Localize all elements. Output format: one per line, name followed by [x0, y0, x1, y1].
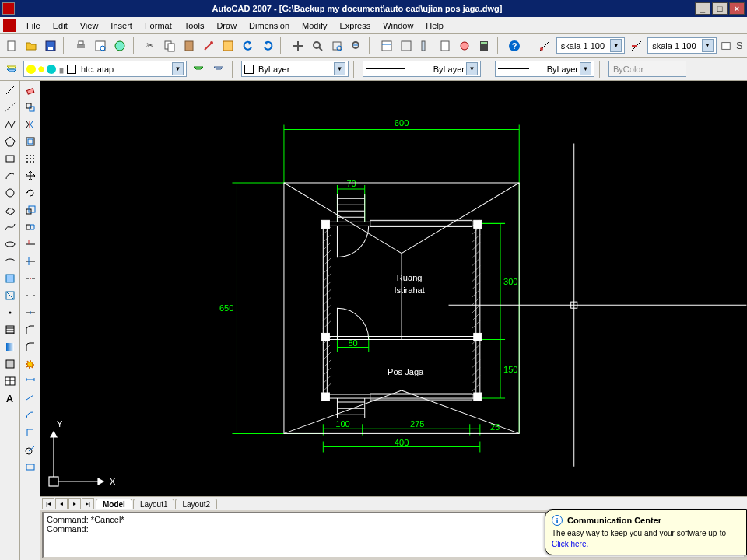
viewport-scale-2-dropdown[interactable]: skala 1 100 ▼ — [647, 37, 716, 54]
mirror-tool[interactable] — [22, 117, 39, 132]
menu-tools[interactable]: Tools — [178, 19, 211, 33]
dropdown-arrow-icon[interactable]: ▼ — [172, 62, 184, 75]
open-button[interactable] — [23, 37, 39, 54]
tab-layout2[interactable]: Layout2 — [175, 499, 217, 509]
tab-prev-button[interactable]: ◂ — [55, 498, 68, 509]
menu-edit[interactable]: Edit — [47, 19, 74, 33]
gradient-tool[interactable] — [2, 339, 19, 355]
break-tool[interactable] — [22, 288, 39, 303]
dropdown-arrow-icon[interactable]: ▼ — [702, 39, 714, 52]
join-tool[interactable] — [22, 305, 39, 320]
viewport-scale-1-dropdown[interactable]: skala 1 100 ▼ — [556, 37, 625, 54]
dropdown-arrow-icon[interactable]: ▼ — [610, 39, 622, 52]
chamfer-tool[interactable] — [22, 322, 39, 338]
publish-button[interactable] — [111, 37, 128, 54]
match-props-button[interactable] — [201, 37, 217, 54]
lineweight-dropdown[interactable]: ByLayer ▼ — [495, 61, 594, 77]
plot-preview-button[interactable] — [92, 37, 108, 54]
comm-center-link[interactable]: Click here. — [552, 540, 588, 548]
tool-palettes-button[interactable] — [418, 37, 434, 54]
line-tool[interactable] — [2, 82, 19, 98]
layer-manager-button[interactable] — [3, 61, 20, 78]
dim-linear-tool[interactable] — [22, 373, 39, 389]
array-tool[interactable] — [22, 151, 39, 166]
dim-radius-tool[interactable] — [22, 442, 39, 457]
cut-button[interactable]: ✂ — [142, 37, 158, 54]
stretch-tool[interactable] — [22, 219, 39, 235]
zoom-window-button[interactable] — [328, 37, 345, 54]
ellipse-tool[interactable] — [2, 236, 19, 252]
app-icon[interactable] — [3, 19, 16, 32]
explode-tool[interactable] — [22, 356, 39, 372]
dropdown-arrow-icon[interactable]: ▼ — [466, 62, 478, 75]
point-tool[interactable] — [2, 305, 19, 320]
menu-help[interactable]: Help — [419, 19, 450, 33]
rectangle-tool[interactable] — [2, 151, 19, 166]
menu-draw[interactable]: Draw — [210, 19, 243, 33]
scale-tool[interactable] — [22, 202, 39, 218]
dim-ordinate-tool[interactable] — [22, 425, 39, 440]
polygon-tool[interactable] — [2, 134, 19, 149]
offset-tool[interactable] — [22, 134, 39, 149]
tab-layout1[interactable]: Layout1 — [133, 499, 175, 509]
break-at-point-tool[interactable] — [22, 271, 39, 286]
save-button[interactable] — [42, 37, 58, 54]
erase-tool[interactable] — [22, 82, 39, 98]
sheet-set-button[interactable] — [437, 37, 454, 54]
plotstyle-dropdown[interactable]: ByColor — [608, 61, 686, 77]
tab-last-button[interactable]: ▸| — [82, 498, 94, 509]
viewport-scale-icon-1[interactable] — [537, 37, 553, 54]
menu-window[interactable]: Window — [377, 19, 419, 33]
design-center-button[interactable] — [398, 37, 414, 54]
mtext-tool[interactable]: A — [2, 390, 19, 406]
copy-tool[interactable] — [22, 100, 39, 115]
insert-block-tool[interactable] — [2, 271, 19, 286]
model-canvas[interactable]: 600 650 70 300 — [40, 81, 747, 496]
copy-button[interactable] — [161, 37, 177, 54]
viewport-scale-icon-2[interactable] — [628, 37, 644, 54]
close-button[interactable]: × — [729, 2, 745, 15]
paste-button[interactable] — [181, 37, 198, 54]
dropdown-arrow-icon[interactable]: ▼ — [580, 62, 591, 75]
tab-first-button[interactable]: |◂ — [42, 498, 54, 509]
tab-next-button[interactable]: ▸ — [68, 498, 81, 509]
block-editor-button[interactable] — [220, 37, 237, 54]
make-block-tool[interactable] — [2, 288, 19, 303]
hatch-tool[interactable] — [2, 322, 19, 338]
pan-button[interactable] — [289, 37, 306, 54]
menu-view[interactable]: View — [74, 19, 105, 33]
zoom-realtime-button[interactable] — [309, 37, 325, 54]
construction-line-tool[interactable] — [2, 100, 19, 115]
fillet-tool[interactable] — [22, 339, 39, 355]
arc-tool[interactable] — [2, 168, 19, 184]
menu-modify[interactable]: Modify — [296, 19, 333, 33]
undo-button[interactable] — [240, 37, 256, 54]
new-button[interactable] — [3, 37, 19, 54]
revision-cloud-tool[interactable] — [2, 202, 19, 218]
layer-states-button[interactable] — [210, 61, 227, 78]
dim-aligned-tool[interactable] — [22, 390, 39, 406]
maximize-button[interactable]: □ — [712, 2, 728, 15]
tab-model[interactable]: Model — [96, 499, 132, 509]
layer-dropdown[interactable]: htc. atap ▼ — [23, 61, 187, 77]
move-tool[interactable] — [22, 168, 39, 184]
help-button[interactable]: ? — [507, 37, 523, 54]
trim-tool[interactable] — [22, 236, 39, 252]
ellipse-arc-tool[interactable] — [2, 254, 19, 269]
print-button[interactable] — [72, 37, 89, 54]
zoom-previous-button[interactable] — [348, 37, 364, 54]
region-tool[interactable] — [2, 356, 19, 372]
polyline-tool[interactable] — [2, 117, 19, 132]
menu-format[interactable]: Format — [139, 19, 178, 33]
color-dropdown[interactable]: ByLayer ▼ — [241, 61, 349, 77]
extend-tool[interactable] — [22, 254, 39, 269]
menu-insert[interactable]: Insert — [104, 19, 139, 33]
linetype-dropdown[interactable]: ByLayer ▼ — [363, 61, 481, 77]
circle-tool[interactable] — [2, 185, 19, 201]
dropdown-arrow-icon[interactable]: ▼ — [334, 62, 345, 75]
rotate-tool[interactable] — [22, 185, 39, 201]
minimize-button[interactable]: _ — [695, 2, 710, 15]
menu-dimension[interactable]: Dimension — [243, 19, 296, 33]
dim-style-tool[interactable] — [22, 459, 39, 474]
layer-previous-button[interactable] — [190, 61, 207, 78]
